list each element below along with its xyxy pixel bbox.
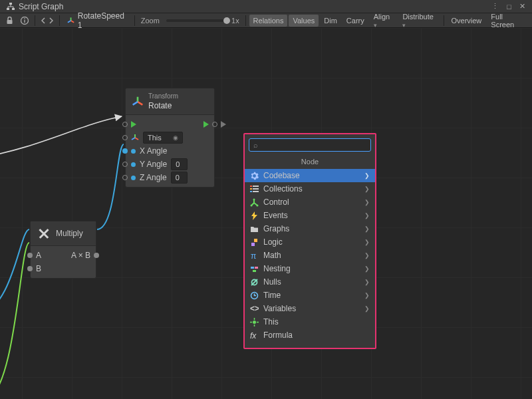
graph-canvas[interactable]: Transform Rotate This X Angle <box>0 28 532 399</box>
separator <box>59 15 60 26</box>
graph-icon <box>7 3 15 11</box>
folder-icon <box>250 225 259 233</box>
lock-button[interactable] <box>3 15 16 27</box>
values-button[interactable]: Values <box>289 15 319 27</box>
overview-button[interactable]: Overview <box>447 15 485 27</box>
picker-search-input[interactable]: ⌕ <box>249 138 371 152</box>
picker-item-label: Control <box>263 198 289 207</box>
picker-item-formula[interactable]: fxFormula <box>245 329 375 342</box>
port-exec-out[interactable] <box>212 122 217 127</box>
separator <box>35 15 35 26</box>
dim-button[interactable]: Dim <box>320 15 341 27</box>
svg-text:<>: <> <box>250 305 259 313</box>
picker-item-label: Time <box>263 291 281 300</box>
chevron-right-icon: ❯ <box>364 199 370 205</box>
svg-rect-1 <box>7 8 9 10</box>
picker-item-label: This <box>263 317 279 327</box>
clock-icon <box>250 291 259 300</box>
this-icon <box>250 318 259 327</box>
port-result-out[interactable] <box>94 253 99 258</box>
axb-label: A × B <box>71 251 90 260</box>
separator <box>444 15 444 26</box>
port-y-angle[interactable] <box>122 162 128 167</box>
fx-icon: fx <box>250 331 259 340</box>
picker-item-collections[interactable]: Collections❯ <box>245 182 375 196</box>
z-angle-field[interactable]: 0 <box>171 172 188 184</box>
picker-item-math[interactable]: πMath❯ <box>245 249 375 262</box>
svg-rect-11 <box>250 191 252 192</box>
breadcrumb[interactable]: RotateSpeed 1 <box>63 15 131 27</box>
picker-item-this[interactable]: This <box>245 315 375 329</box>
target-field[interactable]: This <box>143 132 183 144</box>
null-icon <box>250 278 259 287</box>
logic-icon <box>250 238 259 247</box>
b-label: B <box>36 264 41 273</box>
node-picker: ⌕ Node Codebase❯Collections❯Control❯Even… <box>243 133 376 349</box>
info-button[interactable] <box>17 15 31 27</box>
port-exec-in[interactable] <box>122 122 128 127</box>
align-button[interactable]: Align <box>370 11 398 31</box>
node-transform-rotate[interactable]: Transform Rotate This X Angle <box>125 88 215 188</box>
port-x-angle[interactable] <box>122 148 128 154</box>
chevron-right-icon: ❯ <box>364 279 370 285</box>
picker-item-codebase[interactable]: Codebase❯ <box>245 169 375 182</box>
picker-item-label: Collections <box>263 184 303 194</box>
toolbar: RotateSpeed 1 Zoom 1x Relations Values D… <box>0 13 532 28</box>
picker-title: Node <box>245 156 375 169</box>
zoom-slider[interactable] <box>166 19 225 22</box>
port-z-angle[interactable] <box>122 175 128 180</box>
svg-rect-7 <box>250 186 252 187</box>
picker-item-label: Logic <box>263 237 283 247</box>
picker-item-label: Codebase <box>263 171 300 180</box>
code-button[interactable] <box>39 15 56 27</box>
data-dot-icon <box>131 149 136 154</box>
svg-rect-2 <box>12 8 15 10</box>
window-maximize-icon[interactable]: □ <box>504 3 514 11</box>
window-controls: ⋮ □ ✕ <box>489 2 532 11</box>
node-subtitle: Transform <box>148 92 178 100</box>
distribute-button[interactable]: Distribute <box>398 11 440 31</box>
picker-item-nulls[interactable]: Nulls❯ <box>245 275 375 289</box>
svg-rect-17 <box>254 239 257 242</box>
chevron-right-icon: ❯ <box>364 305 370 312</box>
zoom-value: 1x <box>229 17 242 25</box>
axis-icon <box>131 134 139 142</box>
trigger-out-icon <box>221 121 226 128</box>
window-menu-icon[interactable]: ⋮ <box>489 2 501 11</box>
pi-icon: π <box>250 251 259 260</box>
picker-item-nesting[interactable]: Nesting❯ <box>245 262 375 275</box>
x-angle-label: X Angle <box>140 146 167 156</box>
chevron-right-icon: ❯ <box>364 265 370 272</box>
window-close-icon[interactable]: ✕ <box>517 2 528 11</box>
flow-in-arrow-icon <box>131 121 136 128</box>
axis-icon <box>132 96 143 107</box>
relations-button[interactable]: Relations <box>249 15 288 27</box>
port-b-in[interactable] <box>27 266 33 271</box>
node-header: Multiply <box>31 221 96 246</box>
lock-icon <box>6 17 13 25</box>
port-a-in[interactable] <box>27 253 33 258</box>
picker-item-time[interactable]: Time❯ <box>245 289 375 302</box>
picker-item-label: Formula <box>263 331 293 340</box>
chevron-right-icon: ❯ <box>364 172 370 179</box>
node-multiply[interactable]: Multiply A A × B B <box>30 221 96 279</box>
carry-button[interactable]: Carry <box>342 15 368 27</box>
svg-point-13 <box>251 204 253 206</box>
y-angle-label: Y Angle <box>140 160 167 169</box>
svg-rect-5 <box>24 20 25 23</box>
picker-item-events[interactable]: Events❯ <box>245 209 375 222</box>
fullscreen-button[interactable]: Full Screen <box>487 11 529 31</box>
picker-item-logic[interactable]: Logic❯ <box>245 235 375 249</box>
info-icon <box>21 17 29 25</box>
svg-rect-10 <box>253 188 259 190</box>
gear-icon <box>250 172 259 180</box>
y-angle-field[interactable]: 0 <box>171 158 188 170</box>
port-target-in[interactable] <box>122 135 128 140</box>
tab-script-graph[interactable]: Script Graph <box>0 0 70 13</box>
chevron-right-icon: ❯ <box>364 292 370 299</box>
svg-rect-0 <box>9 3 12 5</box>
picker-item-variables[interactable]: <>Variables❯ <box>245 302 375 315</box>
picker-item-control[interactable]: Control❯ <box>245 196 375 209</box>
zoom-label: Zoom <box>138 17 162 25</box>
picker-item-graphs[interactable]: Graphs❯ <box>245 222 375 235</box>
